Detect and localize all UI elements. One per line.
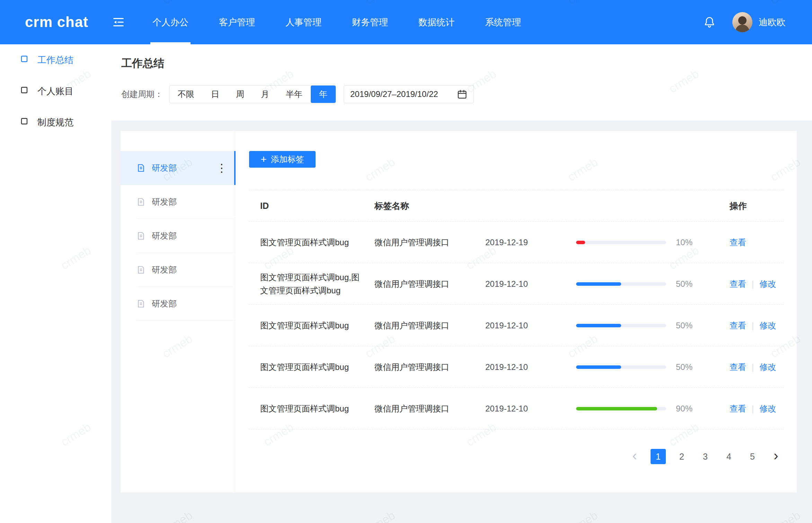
table-area: + 添加标签 ID 标签名称 操作 图文管理页面样式调bug 微信用户管理调接口… <box>235 131 797 493</box>
period-option-month[interactable]: 月 <box>253 86 277 103</box>
sidebar-item-rules[interactable]: 制度规范 <box>0 107 112 138</box>
period-option-week[interactable]: 周 <box>228 86 253 103</box>
page-2[interactable]: 2 <box>674 449 689 464</box>
cell-date: 2019-12-19 <box>485 238 576 247</box>
progress-label: 50% <box>676 362 730 372</box>
document-icon <box>136 163 145 172</box>
nav-item-label: 财务管理 <box>352 16 388 28</box>
cell-name: 微信用户管理调接口 <box>374 403 485 414</box>
cell-date: 2019-12-10 <box>485 321 576 330</box>
sidebar-item-label: 制度规范 <box>37 116 73 128</box>
content-card: 研发部 ⋮ 研发部 研发部 <box>121 131 797 493</box>
department-label: 研发部 <box>152 162 177 174</box>
row-actions: 查看 | 修改 <box>730 278 784 290</box>
document-icon <box>136 197 145 206</box>
notification-bell-icon[interactable] <box>703 16 716 28</box>
view-link[interactable]: 查看 <box>730 403 746 414</box>
menu-fold-icon[interactable] <box>112 16 125 28</box>
edit-link[interactable]: 修改 <box>759 362 776 373</box>
progress-bar <box>576 324 666 327</box>
sidebar-item-work-summary[interactable]: 工作总结 <box>0 44 112 76</box>
cell-id: 图文管理页面样式调bug <box>260 236 374 249</box>
topbar: crm chat 个人办公 客户管理 人事管理 财务管理 数据统计 系统管理 迪… <box>0 0 812 44</box>
edit-link[interactable]: 修改 <box>759 278 776 290</box>
table-row: 图文管理页面样式调bug 微信用户管理调接口 2019-12-10 90% 查看… <box>249 388 784 429</box>
nav-item-system[interactable]: 系统管理 <box>470 0 536 44</box>
header-id: ID <box>260 201 374 211</box>
cell-name: 微信用户管理调接口 <box>374 278 485 290</box>
nav-item-label: 客户管理 <box>219 16 255 28</box>
edit-link[interactable]: 修改 <box>759 403 776 414</box>
department-label: 研发部 <box>152 230 177 241</box>
nav-item-statistics[interactable]: 数据统计 <box>403 0 470 44</box>
table-row: 图文管理页面样式调bug 微信用户管理调接口 2019-12-19 10% 查看 <box>249 222 784 263</box>
user-menu[interactable]: 迪欧欧 <box>732 12 812 32</box>
page-1[interactable]: 1 <box>651 449 666 464</box>
next-page-icon[interactable]: › <box>768 449 784 464</box>
department-item[interactable]: 研发部 <box>121 253 235 287</box>
view-link[interactable]: 查看 <box>730 278 746 290</box>
main-content: 工作总结 创建周期： 不限 日 周 月 半年 年 2019/09/27–2019… <box>112 44 812 523</box>
period-option-halfyear[interactable]: 半年 <box>277 86 311 103</box>
cell-date: 2019-12-10 <box>485 279 576 289</box>
period-option-day[interactable]: 日 <box>203 86 228 103</box>
cell-name: 微信用户管理调接口 <box>374 237 485 248</box>
table-row: 图文管理页面样式调bug 微信用户管理调接口 2019-12-10 50% 查看… <box>249 346 784 388</box>
cell-id: 图文管理页面样式调bug <box>260 319 374 332</box>
view-link[interactable]: 查看 <box>730 237 746 248</box>
nav-item-hr[interactable]: 人事管理 <box>270 0 337 44</box>
department-item[interactable]: 研发部 <box>121 185 235 219</box>
action-divider: | <box>752 321 754 330</box>
nav-item-label: 人事管理 <box>285 16 321 28</box>
avatar <box>732 12 752 32</box>
progress-bar <box>576 282 666 286</box>
nav-item-label: 个人办公 <box>152 16 188 28</box>
square-icon <box>20 86 28 97</box>
table-header-row: ID 标签名称 操作 <box>249 190 784 222</box>
add-tag-button[interactable]: + 添加标签 <box>249 151 316 168</box>
period-option-year[interactable]: 年 <box>311 86 336 103</box>
more-options-icon[interactable]: ⋮ <box>216 162 227 174</box>
cell-name: 微信用户管理调接口 <box>374 362 485 373</box>
square-icon <box>20 55 28 65</box>
nav-item-label: 系统管理 <box>485 16 521 28</box>
cell-id: 图文管理页面样式调bug <box>260 402 374 415</box>
view-link[interactable]: 查看 <box>730 362 746 373</box>
department-item[interactable]: 研发部 ⋮ <box>121 151 235 185</box>
prev-page-icon[interactable]: ‹ <box>627 449 642 464</box>
sidebar-item-personal-account[interactable]: 个人账目 <box>0 76 112 107</box>
page-5[interactable]: 5 <box>745 449 760 464</box>
nav-item-customer[interactable]: 客户管理 <box>204 0 270 44</box>
row-actions: 查看 <box>730 237 784 248</box>
nav-item-finance[interactable]: 财务管理 <box>337 0 403 44</box>
page-3[interactable]: 3 <box>698 449 713 464</box>
header-actions: 操作 <box>730 200 784 212</box>
progress-bar <box>576 407 666 410</box>
table-row: 图文管理页面样式调bug 微信用户管理调接口 2019-12-10 50% 查看… <box>249 305 784 346</box>
document-icon <box>136 265 145 274</box>
action-divider: | <box>752 279 754 289</box>
nav-item-personal-office[interactable]: 个人办公 <box>137 0 204 44</box>
cell-date: 2019-12-10 <box>485 404 576 414</box>
sidebar-item-label: 工作总结 <box>37 54 73 66</box>
department-item[interactable]: 研发部 <box>121 219 235 253</box>
plus-icon: + <box>261 154 267 165</box>
date-range-picker[interactable]: 2019/09/27–2019/10/22 <box>344 85 474 103</box>
department-panel: 研发部 ⋮ 研发部 研发部 <box>121 131 235 493</box>
progress-label: 50% <box>676 321 730 330</box>
period-option-unlimited[interactable]: 不限 <box>169 86 203 103</box>
page-title: 工作总结 <box>121 56 812 71</box>
nav-item-label: 数据统计 <box>418 16 454 28</box>
view-link[interactable]: 查看 <box>730 320 746 331</box>
tags-table: ID 标签名称 操作 图文管理页面样式调bug 微信用户管理调接口 2019-1… <box>249 190 784 429</box>
page-4[interactable]: 4 <box>721 449 736 464</box>
add-tag-label: 添加标签 <box>271 154 304 165</box>
document-icon <box>136 231 145 240</box>
progress-bar <box>576 365 666 369</box>
progress-label: 50% <box>676 279 730 289</box>
page-header: 工作总结 创建周期： 不限 日 周 月 半年 年 2019/09/27–2019… <box>112 44 812 121</box>
filter-row: 创建周期： 不限 日 周 月 半年 年 2019/09/27–2019/10/2… <box>121 85 812 103</box>
edit-link[interactable]: 修改 <box>759 320 776 331</box>
period-segmented-control: 不限 日 周 月 半年 年 <box>169 85 336 103</box>
department-item[interactable]: 研发部 <box>121 287 235 321</box>
